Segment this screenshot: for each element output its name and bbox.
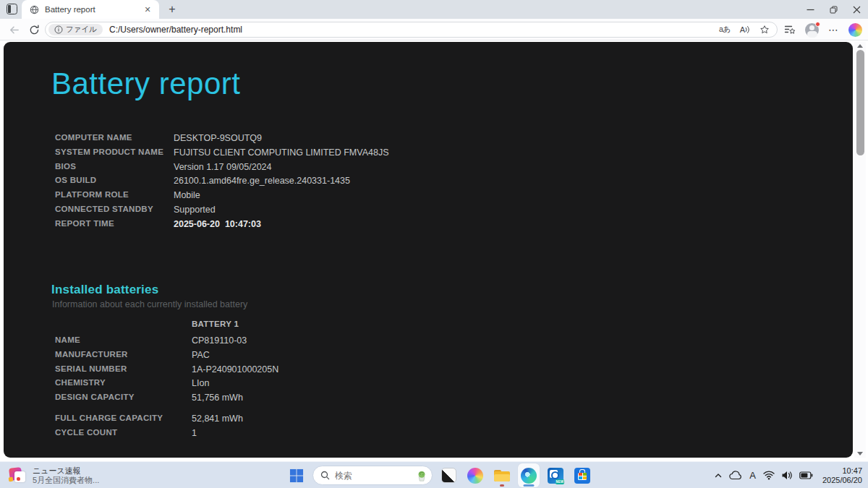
address-bar[interactable]: ファイル C:/Users/owner/battery-report.html …	[45, 22, 778, 38]
favorites-hub-icon[interactable]	[784, 25, 796, 35]
app-edge[interactable]	[518, 463, 540, 487]
scrollbar-thumb[interactable]	[856, 50, 864, 155]
start-button[interactable]	[286, 463, 307, 487]
page-scrollbar[interactable]	[854, 42, 866, 458]
taskbar-clock[interactable]: 10:47 2025/06/20	[822, 466, 862, 485]
info-value: DESKTOP-9SOUTQ9	[174, 133, 389, 143]
profile-avatar[interactable]	[805, 23, 819, 37]
minimize-button[interactable]	[799, 0, 822, 19]
info-value: Supported	[174, 205, 389, 215]
toolbar-right-cluster: ⋯	[784, 22, 862, 38]
battery-label: FULL CHARGE CAPACITY	[55, 414, 192, 422]
info-label: BIOS	[55, 162, 174, 171]
browser-tab-strip: Battery report ✕ +	[0, 0, 868, 19]
site-info-chip[interactable]: ファイル	[48, 24, 103, 35]
url-text: C:/Users/owner/battery-report.html	[109, 25, 719, 35]
globe-favicon-icon	[30, 5, 39, 14]
translate-icon[interactable]: aあ	[719, 25, 731, 35]
app-outlook[interactable]: NEW	[545, 463, 566, 487]
browser-toolbar: ファイル C:/Users/owner/battery-report.html …	[0, 19, 868, 40]
info-icon	[54, 25, 63, 34]
back-button[interactable]	[7, 23, 20, 36]
outlook-icon: NEW	[548, 468, 563, 484]
widget-headline: ニュース速報	[33, 466, 99, 476]
info-label: OS BUILD	[55, 176, 174, 184]
clock-date: 2025/06/20	[822, 476, 862, 485]
search-input[interactable]	[335, 471, 410, 481]
info-label: COMPUTER NAME	[55, 133, 174, 142]
file-explorer-icon	[493, 468, 511, 484]
back-arrow-icon	[8, 24, 20, 36]
ime-indicator[interactable]: A	[748, 470, 757, 481]
new-tab-button[interactable]: +	[165, 2, 179, 17]
widgets-button[interactable]: ニュース速報 5月全国消費者物...	[9, 462, 99, 488]
browser-tab[interactable]: Battery report ✕	[22, 0, 159, 19]
system-info-table: COMPUTER NAMEDESKTOP-9SOUTQ9 SYSTEM PROD…	[55, 133, 389, 234]
tab-close-button[interactable]: ✕	[142, 4, 153, 15]
taskbar-search-box[interactable]	[312, 466, 433, 485]
info-label: REPORT TIME	[55, 219, 174, 228]
address-bar-icons: aあ A	[719, 25, 770, 35]
battery-value: 51,756 mWh	[192, 393, 278, 403]
scroll-down-arrow[interactable]	[857, 452, 863, 455]
copilot-icon[interactable]	[848, 23, 862, 37]
clock-time: 10:47	[822, 466, 862, 476]
restore-button[interactable]	[822, 0, 845, 19]
favorite-star-icon[interactable]	[760, 25, 770, 35]
taskbar-center: NEW	[286, 462, 593, 488]
wifi-icon[interactable]	[762, 471, 775, 480]
battery-value: 1	[192, 428, 243, 438]
refresh-icon	[29, 25, 40, 35]
app-file-explorer[interactable]	[491, 463, 513, 487]
info-label: CONNECTED STANDBY	[55, 205, 174, 213]
battery-value: LIon	[192, 378, 278, 388]
battery-value: 52,841 mWh	[192, 414, 243, 424]
report-time-value: 2025-06-20 10:47:03	[174, 219, 389, 229]
volume-icon[interactable]	[780, 471, 793, 480]
info-value: 26100.1.amd64fre.ge_release.240331-1435	[174, 176, 389, 186]
battery-label: DESIGN CAPACITY	[55, 393, 192, 401]
close-window-button[interactable]	[845, 0, 868, 19]
battery-icon[interactable]	[799, 471, 814, 479]
battery-label: SERIAL NUMBER	[55, 364, 192, 373]
info-label: PLATFORM ROLE	[55, 190, 174, 199]
microsoft-store-icon	[574, 468, 590, 484]
battery-value: 1A-P240901000205N	[192, 364, 278, 374]
read-aloud-icon[interactable]: A	[740, 25, 750, 34]
tab-actions-menu-icon[interactable]	[7, 4, 17, 14]
battery-label: NAME	[55, 335, 192, 344]
battery-label: CHEMISTRY	[55, 378, 192, 387]
section-subtitle: Information about each currently install…	[52, 299, 247, 309]
bw-app-icon	[441, 468, 456, 483]
tray-chevron-up-icon[interactable]	[713, 471, 723, 480]
section-heading: Installed batteries	[51, 283, 158, 297]
page-title: Battery report	[51, 67, 240, 101]
window-controls	[799, 0, 868, 19]
info-value: Mobile	[174, 190, 389, 200]
taskbar: ニュース速報 5月全国消費者物... NEW	[0, 461, 868, 488]
battery-report-page: Battery report COMPUTER NAMEDESKTOP-9SOU…	[4, 42, 853, 458]
scroll-up-arrow[interactable]	[857, 44, 863, 48]
notification-dot	[815, 22, 820, 27]
widget-subtext: 5月全国消費者物...	[33, 476, 99, 485]
settings-more-icon[interactable]: ⋯	[828, 24, 839, 35]
battery-value: CP819110-03	[192, 335, 278, 346]
system-tray: A 10:47 2025/06/20	[713, 462, 865, 488]
app-store[interactable]	[571, 463, 593, 487]
edge-icon	[521, 468, 537, 484]
search-icon	[320, 471, 330, 480]
info-value: FUJITSU CLIENT COMPUTING LIMITED FMVA48J…	[174, 147, 389, 158]
battery-table-bottom: FULL CHARGE CAPACITY52,841 mWh CYCLE COU…	[55, 414, 243, 442]
app-bw-square[interactable]	[438, 463, 459, 487]
battery-label: MANUFACTURER	[55, 350, 192, 359]
app-copilot[interactable]	[464, 463, 486, 487]
onedrive-cloud-icon[interactable]	[728, 471, 743, 480]
refresh-button[interactable]	[27, 23, 41, 36]
battery-value: PAC	[192, 350, 278, 360]
copilot-app-icon	[467, 468, 483, 484]
info-label: SYSTEM PRODUCT NAME	[55, 147, 174, 156]
info-value: Version 1.17 09/05/2024	[174, 162, 389, 172]
battery-column-header: BATTERY 1	[192, 320, 239, 328]
running-indicator	[500, 484, 504, 487]
search-highlight-icon[interactable]	[415, 469, 428, 482]
